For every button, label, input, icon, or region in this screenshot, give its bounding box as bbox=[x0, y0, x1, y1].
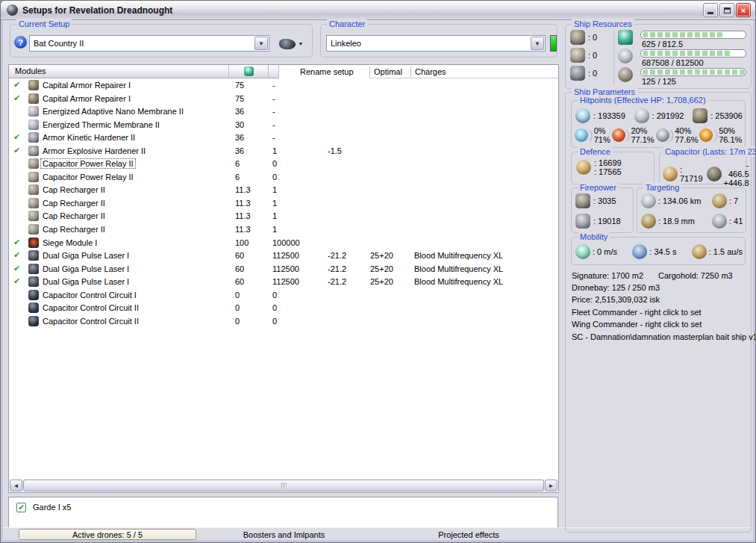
tab-projected-effects[interactable]: Projected effects bbox=[372, 529, 566, 540]
dronebay-icon bbox=[618, 67, 633, 82]
scroll-right-button[interactable]: ► bbox=[545, 480, 557, 491]
setup-combobox[interactable]: Bat Country II ▼ bbox=[29, 35, 269, 52]
cpu-column-header[interactable] bbox=[229, 65, 269, 78]
module-row[interactable]: Cap Recharger II 11.3 1 bbox=[9, 184, 558, 197]
module-col2: 1 bbox=[272, 146, 277, 155]
module-row[interactable]: Cap Recharger II 11.3 1 bbox=[9, 223, 558, 237]
module-row[interactable]: Capacitor Power Relay II 6 0 bbox=[9, 171, 558, 184]
membrane-module-icon bbox=[28, 106, 39, 117]
tab-rename-setup[interactable]: Rename setup bbox=[300, 65, 367, 78]
module-cpu: 0 bbox=[235, 317, 240, 326]
mobility-value: : 34.5 s bbox=[649, 247, 676, 256]
module-name: Capacitor Power Relay II bbox=[41, 159, 135, 168]
module-col2: 0 bbox=[272, 291, 277, 300]
module-row[interactable]: Capacitor Control Circuit I 0 0 bbox=[9, 289, 558, 302]
module-row[interactable]: Energized Thermic Membrane II 30 - bbox=[9, 119, 558, 132]
scrollbar-thumb[interactable] bbox=[23, 480, 544, 491]
hp-value: : 253906 bbox=[710, 111, 743, 120]
chevron-down-icon[interactable]: ▼ bbox=[254, 37, 268, 50]
max-targets-icon bbox=[712, 193, 727, 208]
scroll-left-button[interactable]: ◄ bbox=[10, 480, 22, 491]
hitpoints-values: : 193359 : 291992 : 253906 bbox=[575, 108, 743, 123]
title-bar[interactable]: Setups for Revelation Dreadnought × bbox=[1, 1, 755, 20]
module-col2: 0 bbox=[272, 159, 277, 168]
module-row[interactable]: Cap Recharger II 11.3 1 bbox=[9, 210, 558, 223]
module-col2: 100000 bbox=[272, 238, 300, 247]
capacitor-amount: : 71719 bbox=[680, 165, 703, 183]
volley-value: : 3035 bbox=[593, 196, 616, 205]
info-line: Dronebay: 125 / 250 m3 bbox=[572, 283, 660, 292]
drone-active-checkbox[interactable]: ✔ bbox=[16, 503, 26, 512]
chevron-down-icon[interactable]: ▼ bbox=[531, 37, 544, 50]
recharger-module-icon bbox=[28, 224, 39, 235]
tab-active-drones-label: Active drones: 5 / 5 bbox=[72, 530, 143, 539]
module-row[interactable]: ✔ Capital Armor Repairer I 75 - bbox=[9, 79, 558, 93]
module-row[interactable]: ✔ Siege Module I 100 100000 bbox=[9, 237, 558, 250]
minimize-button[interactable] bbox=[703, 3, 718, 17]
module-row[interactable]: ✔ Armor Kinetic Hardener II 36 - bbox=[9, 131, 558, 145]
slot-count: : 0 bbox=[588, 33, 597, 42]
tab-projected-effects-label: Projected effects bbox=[438, 530, 499, 539]
module-row[interactable]: Cap Recharger II 11.3 1 bbox=[9, 197, 558, 211]
ship-parameters-group: Ship Parameters Hitpoints (Effective HP:… bbox=[565, 92, 752, 533]
character-label: Character bbox=[327, 19, 367, 29]
module-col3: -1.5 bbox=[328, 146, 342, 155]
align-time-icon bbox=[632, 244, 647, 259]
module-row[interactable]: Energized Adaptive Nano Membrane II 36 - bbox=[9, 105, 558, 119]
rig-module-icon bbox=[28, 290, 39, 300]
resource-bar-text: 687508 / 812500 bbox=[642, 58, 704, 67]
module-row[interactable]: ✔ Dual Giga Pulse Laser I 60 112500 -21.… bbox=[9, 263, 558, 276]
horizontal-scrollbar[interactable]: ◄ ► bbox=[10, 480, 557, 491]
module-col2: 0 bbox=[272, 303, 277, 312]
module-cpu: 36 bbox=[235, 146, 244, 155]
resist-values: ) 0% 71% ) 20% 77.1% ) 40% 77.6% ) 50% 7… bbox=[575, 126, 743, 144]
module-row[interactable]: ✔ Armor Explosive Hardener II 36 1 -1.5 bbox=[9, 145, 558, 158]
grip-icon bbox=[281, 483, 282, 488]
modules-column-header[interactable]: Modules bbox=[9, 65, 229, 78]
module-name: Capital Armor Repairer I bbox=[43, 94, 131, 103]
tab-active-drones[interactable]: Active drones: 5 / 5 bbox=[19, 529, 196, 540]
active-check-icon: ✔ bbox=[13, 93, 24, 103]
dps-value: : 19018 bbox=[593, 217, 621, 226]
module-row[interactable]: ✔ Dual Giga Pulse Laser I 60 112500 -21.… bbox=[9, 249, 558, 263]
character-combobox[interactable]: Linkeleo ▼ bbox=[326, 35, 546, 52]
explosive-resist-icon bbox=[699, 128, 713, 142]
mobility-group: Mobility : 0 m/s : 34.5 s : 1.5 au/s bbox=[571, 237, 746, 265]
targeting-value: : 134.06 km bbox=[658, 196, 701, 205]
module-col2: 1 bbox=[272, 185, 277, 194]
module-row[interactable]: ✔ Capital Armor Repairer I 75 - bbox=[9, 93, 558, 106]
mobility-value: : 1.5 au/s bbox=[709, 247, 743, 256]
module-col2: 112500 bbox=[272, 277, 299, 286]
resource-bar bbox=[640, 31, 746, 39]
active-check-icon: ✔ bbox=[13, 276, 24, 286]
module-row[interactable]: Capacitor Control Circuit II 0 0 bbox=[9, 315, 558, 329]
relay-module-icon bbox=[28, 158, 39, 169]
defence-value-2: : 17565 bbox=[594, 167, 622, 176]
help-icon[interactable]: ? bbox=[14, 36, 27, 49]
close-button[interactable]: × bbox=[736, 3, 751, 17]
ship-icon bbox=[279, 39, 296, 49]
defence-label: Defence bbox=[578, 146, 613, 157]
rig-module-icon bbox=[28, 302, 39, 313]
module-cpu: 30 bbox=[235, 120, 244, 129]
module-row[interactable]: ✔ Dual Giga Pulse Laser I 60 112500 -21.… bbox=[9, 276, 558, 289]
module-row[interactable]: Capacitor Control Circuit II 0 0 bbox=[9, 302, 558, 315]
tab-charges[interactable]: Charges bbox=[415, 65, 460, 78]
module-col3: -21.2 bbox=[328, 277, 346, 286]
ship-menu-button[interactable]: ▼ bbox=[274, 36, 308, 52]
module-name: Cap Recharger II bbox=[43, 185, 105, 194]
active-check-icon: ✔ bbox=[13, 238, 24, 247]
module-cpu: 11.3 bbox=[235, 211, 251, 220]
module-cpu: 36 bbox=[235, 133, 244, 142]
maximize-button[interactable] bbox=[719, 3, 734, 17]
module-name: Siege Module I bbox=[43, 238, 97, 247]
tab-boosters-implants[interactable]: Boosters and Imlpants bbox=[196, 529, 372, 540]
module-cpu: 75 bbox=[235, 81, 244, 90]
module-cpu: 60 bbox=[235, 251, 244, 260]
tab-optimal[interactable]: Optimal bbox=[374, 65, 410, 78]
turret-slots-icon bbox=[570, 30, 585, 45]
module-cpu: 6 bbox=[235, 159, 240, 168]
module-row[interactable]: Capacitor Power Relay II 6 0 bbox=[9, 158, 558, 171]
firepower-group: Firepower : 3035 : 19018 bbox=[571, 187, 634, 233]
window-title: Setups for Revelation Dreadnought bbox=[22, 5, 702, 16]
